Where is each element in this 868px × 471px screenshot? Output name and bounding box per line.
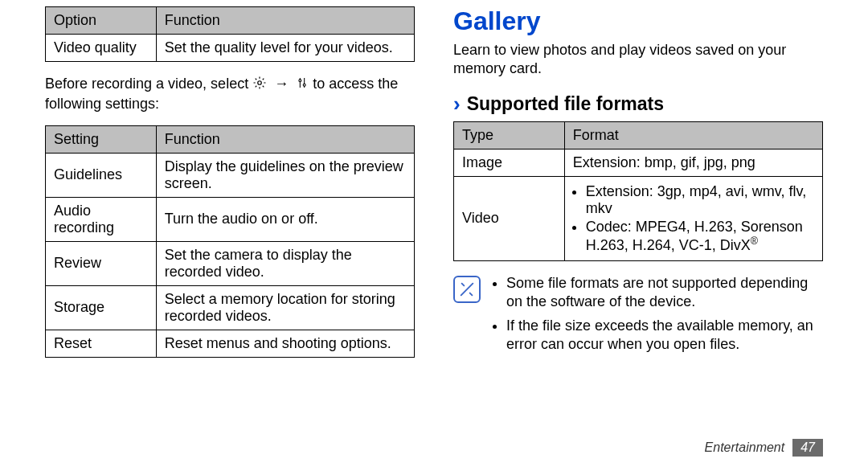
table-header-row: Setting Function	[46, 125, 415, 153]
page-footer: Entertainment 47	[705, 439, 823, 457]
header-function: Function	[156, 125, 414, 153]
chevron-right-icon: ›	[453, 93, 461, 114]
registered-mark: ®	[751, 236, 758, 247]
gear-icon	[252, 76, 267, 95]
svg-point-1	[299, 80, 301, 82]
table-row: Reset Reset menus and shooting options.	[46, 330, 415, 357]
cell-setting: Audio recording	[46, 197, 157, 241]
table-header-row: Type Format	[454, 121, 823, 149]
header-type: Type	[454, 121, 565, 149]
svg-point-0	[258, 81, 262, 85]
table-row: Video Extension: 3gp, mp4, avi, wmv, flv…	[454, 176, 823, 260]
formats-table: Type Format Image Extension: bmp, gif, j…	[453, 121, 823, 261]
option-table: Option Function Video quality Set the qu…	[45, 6, 415, 62]
table-row: Image Extension: bmp, gif, jpg, png	[454, 149, 823, 176]
cell-type: Video	[454, 176, 565, 260]
cell-function: Set the quality level for your videos.	[156, 35, 414, 62]
right-column: Gallery Learn to view photos and play vi…	[453, 6, 823, 371]
table-row: Audio recording Turn the audio on or off…	[46, 197, 415, 241]
subsection-heading: › Supported file formats	[453, 93, 823, 115]
sliders-icon	[296, 76, 309, 95]
table-row: Guidelines Display the guidelines on the…	[46, 153, 415, 197]
footer-section-name: Entertainment	[705, 440, 785, 455]
cell-function: Display the guidelines on the preview sc…	[156, 153, 414, 197]
settings-table: Setting Function Guidelines Display the …	[45, 125, 415, 358]
note-item: Some file formats are not supported depe…	[506, 274, 823, 312]
header-format: Format	[564, 121, 822, 149]
arrow-icon: →	[271, 75, 292, 93]
video-codec-text: Codec: MPEG4, H.263, Sorenson H.263, H.2…	[586, 219, 803, 253]
note-list: Some file formats are not supported depe…	[492, 274, 823, 359]
page-body: Option Function Video quality Set the qu…	[0, 0, 868, 371]
table-row: Video quality Set the quality level for …	[46, 35, 415, 62]
header-option: Option	[46, 7, 157, 35]
cell-option: Video quality	[46, 35, 157, 62]
cell-format: Extension: 3gp, mp4, avi, wmv, flv, mkv …	[564, 176, 822, 260]
video-format-codec: Codec: MPEG4, H.263, Sorenson H.263, H.2…	[586, 219, 814, 254]
note-item: If the file size exceeds the available m…	[506, 317, 823, 354]
cell-function: Reset menus and shooting options.	[156, 330, 414, 357]
video-format-list: Extension: 3gp, mp4, avi, wmv, flv, mkv …	[573, 183, 814, 254]
cell-format: Extension: bmp, gif, jpg, png	[564, 149, 822, 176]
cell-setting: Reset	[46, 330, 157, 357]
cell-function: Set the camera to display the recorded v…	[156, 241, 414, 285]
svg-point-2	[303, 84, 305, 86]
subsection-title: Supported file formats	[467, 93, 664, 115]
table-header-row: Option Function	[46, 7, 415, 35]
page-number: 47	[792, 439, 823, 457]
intro-paragraph: Before recording a video, select → to ac…	[45, 75, 415, 114]
note-icon	[453, 276, 481, 303]
section-lead: Learn to view photos and play videos sav…	[453, 41, 823, 79]
video-format-ext: Extension: 3gp, mp4, avi, wmv, flv, mkv	[586, 183, 814, 217]
cell-setting: Review	[46, 241, 157, 285]
header-function: Function	[156, 7, 414, 35]
table-row: Review Set the camera to display the rec…	[46, 241, 415, 285]
cell-function: Turn the audio on or off.	[156, 197, 414, 241]
header-setting: Setting	[46, 125, 157, 153]
table-row: Storage Select a memory location for sto…	[46, 285, 415, 330]
left-column: Option Function Video quality Set the qu…	[45, 6, 415, 371]
intro-text-a: Before recording a video, select	[45, 76, 252, 92]
note-block: Some file formats are not supported depe…	[453, 274, 823, 359]
cell-function: Select a memory location for storing rec…	[156, 285, 414, 330]
cell-type: Image	[454, 149, 565, 176]
section-title: Gallery	[453, 6, 823, 36]
cell-setting: Guidelines	[46, 153, 157, 197]
cell-setting: Storage	[46, 285, 157, 330]
